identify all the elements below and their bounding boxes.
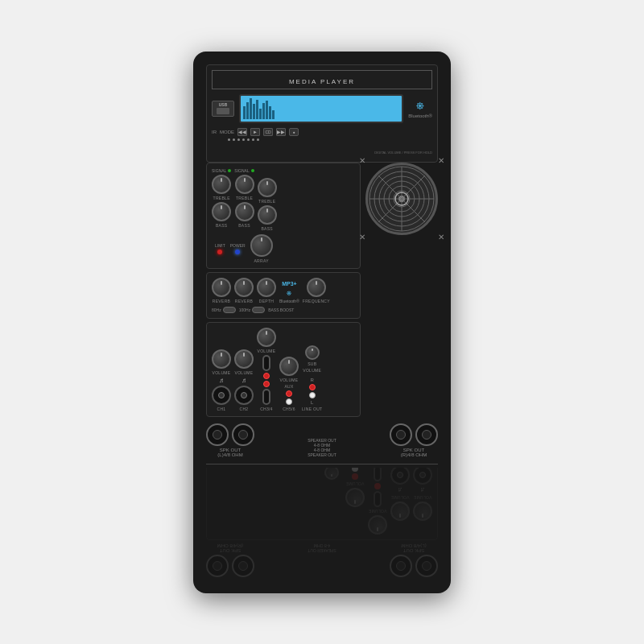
- ch1-controls: SIGNAL TREBLE BASS: [212, 168, 231, 231]
- ch3-bass-knob[interactable]: [258, 205, 277, 225]
- mp3-bt-labels: MP3+ ⎈ Bluetooth®: [279, 281, 299, 303]
- power-label: POWER: [230, 243, 246, 248]
- bluetooth-label: Bluetooth®: [408, 114, 432, 118]
- lineout-rca-r[interactable]: [309, 384, 316, 390]
- frequency-knob[interactable]: [307, 278, 326, 297]
- lineout-r-label: R: [311, 378, 314, 382]
- usb-port[interactable]: USB: [212, 101, 234, 117]
- ch56-volume: VOLUME AUX CH5/6: [279, 357, 299, 411]
- ch1-xlr[interactable]: [212, 386, 231, 405]
- fan-svg: [368, 165, 436, 233]
- mirror-reflection: SPK OUT(L)4/8 OHM SPEAKER OUT4-8 OHM SPK…: [206, 468, 438, 580]
- mode-label: MODE: [220, 130, 234, 134]
- array-knob[interactable]: [250, 234, 273, 257]
- depth-knob[interactable]: [257, 278, 276, 297]
- usb-label: USB: [219, 102, 228, 107]
- freq-100hz: 100Hz: [239, 307, 265, 313]
- reverb1-knob[interactable]: [212, 278, 231, 297]
- limit-indicator: LIMIT: [215, 243, 225, 254]
- ch56-vol-knob[interactable]: [279, 357, 299, 376]
- ch56-rca-l[interactable]: [286, 398, 292, 405]
- ch56-label: CH5/6: [283, 407, 295, 411]
- ch3-controls: TREBLE BASS: [258, 168, 277, 231]
- array-section: ARRAY: [250, 234, 273, 263]
- depth-label: DEPTH: [259, 299, 274, 303]
- bluetooth-logo: ⎈ Bluetooth®: [408, 98, 432, 118]
- cd-button[interactable]: CD: [263, 128, 273, 136]
- ch2-treble-label: TREBLE: [236, 196, 253, 200]
- reverb1-control: REVERB: [212, 278, 231, 303]
- sub-volume: SUB VOLUME R L LINE OUT: [302, 345, 322, 411]
- ch34-trs-l[interactable]: [262, 389, 270, 405]
- sub-vol-knob[interactable]: [305, 345, 320, 360]
- ch34-rca-r[interactable]: [263, 373, 270, 379]
- mp3-label: MP3+: [282, 281, 296, 287]
- play-button[interactable]: ►: [250, 128, 260, 136]
- ch2-xlr[interactable]: [234, 386, 254, 405]
- reverb2-label: REVERB: [235, 299, 253, 303]
- digital-volume-label: DIGITAL VOLUME / PRESS FOR HOLD: [374, 151, 432, 155]
- freq-100hz-label: 100Hz: [239, 308, 250, 312]
- ch1-treble-knob[interactable]: [212, 175, 231, 194]
- ch2-treble-knob[interactable]: [235, 175, 254, 194]
- next-button[interactable]: ▶▶: [276, 128, 286, 136]
- ch1-bass-knob[interactable]: [212, 202, 231, 221]
- volume-section: VOLUME ♬ CH1 VOLUME ♬: [206, 322, 361, 417]
- treble-bass-section: SIGNAL TREBLE BASS SIGNAL: [206, 163, 361, 269]
- spk-out-row: SPK OUT(L)4/8 OHM SPEAKER OUT4-8 OHM4-8 …: [206, 420, 438, 460]
- freq-80hz: 80Hz: [212, 307, 236, 313]
- spk-r-jack1[interactable]: [390, 423, 412, 446]
- ch2-guitar-icon: ♬: [242, 377, 246, 384]
- prev-button[interactable]: ◀◀: [237, 128, 247, 136]
- volume-control[interactable]: ●: [289, 128, 299, 136]
- spk-out-l: SPK OUT(L)4/8 OHM: [206, 423, 254, 457]
- ch34-vol-knob[interactable]: [257, 328, 276, 347]
- spk-l-jack1[interactable]: [206, 423, 229, 446]
- ch3-treble-label: TREBLE: [258, 199, 275, 204]
- frequency-control: FREQUENCY: [303, 278, 330, 303]
- lineout-rca-l[interactable]: [309, 392, 316, 398]
- reverb2-control: REVERB: [234, 278, 254, 303]
- spk-r-jack2[interactable]: [415, 423, 438, 446]
- fan-grill: [365, 163, 438, 235]
- depth-control: DEPTH: [257, 278, 276, 303]
- mixer-area: SIGNAL TREBLE BASS SIGNAL: [206, 163, 438, 420]
- divider: [206, 464, 438, 464]
- reverb2-knob[interactable]: [234, 278, 254, 297]
- reverb1-label: REVERB: [213, 299, 230, 303]
- ir-label: IR: [212, 130, 217, 134]
- ch1-label: CH1: [217, 407, 226, 411]
- freq-80hz-toggle[interactable]: [223, 307, 236, 313]
- ch3-bass-label: BASS: [261, 226, 273, 231]
- screw-tr: ✕: [438, 156, 444, 165]
- ch2-label: CH2: [240, 407, 249, 411]
- power-indicator: POWER: [230, 243, 246, 254]
- ch2-controls: SIGNAL TREBLE BASS: [234, 168, 254, 231]
- speaker-out-center: SPEAKER OUT4-8 OHM4-8 OHMSPEAKER OUT: [308, 423, 336, 457]
- freq-100hz-toggle[interactable]: [252, 307, 265, 313]
- ch2-bass-knob[interactable]: [235, 202, 254, 221]
- limit-label: LIMIT: [215, 243, 225, 248]
- spk-out-r: SPK OUT(R)4/8 OHM: [390, 423, 438, 457]
- ch1-treble-label: TREBLE: [213, 196, 230, 200]
- spk-out-r-label: SPK OUT(R)4/8 OHM: [401, 448, 427, 457]
- screw-tl: ✕: [359, 156, 365, 165]
- ch2-vol-knob[interactable]: [234, 349, 254, 369]
- ch1-signal-label: SIGNAL: [212, 168, 226, 173]
- reverb-section: REVERB REVERB DEPTH MP3+ ⎈ Bluetooth®: [206, 272, 361, 319]
- spk-l-jack2[interactable]: [232, 423, 254, 446]
- ch34-trs-r[interactable]: [262, 355, 270, 371]
- ch34-volume: VOLUME CH3/4: [257, 328, 276, 411]
- bt2-label: Bluetooth®: [279, 299, 299, 303]
- media-player-section: MEDIA PLAYER USB: [206, 64, 438, 163]
- ch1-vol-knob[interactable]: [212, 349, 231, 369]
- ch2-volume: VOLUME ♬ CH2: [234, 349, 254, 411]
- power-led: [235, 250, 240, 254]
- ch34-label: CH3/4: [260, 407, 273, 411]
- speaker-out-center-label: SPEAKER OUT4-8 OHM4-8 OHMSPEAKER OUT: [308, 438, 336, 457]
- ch3-treble-knob[interactable]: [258, 178, 277, 197]
- ch1-bass-label: BASS: [216, 223, 228, 228]
- ch56-rca-r[interactable]: [286, 390, 292, 397]
- array-label: ARRAY: [254, 258, 268, 263]
- ch34-rca-r2[interactable]: [263, 381, 270, 387]
